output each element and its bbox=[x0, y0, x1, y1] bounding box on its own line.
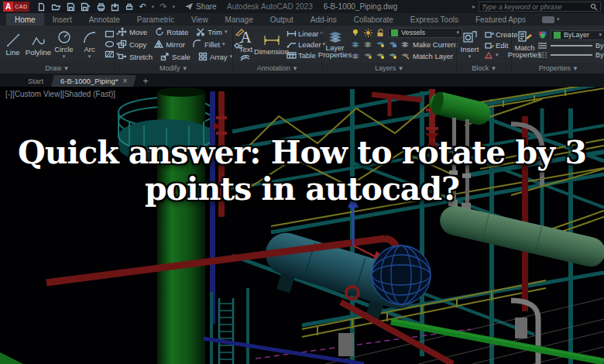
stretch-button[interactable]: Stretch bbox=[118, 52, 153, 61]
text-button[interactable]: A Text ▾ bbox=[233, 26, 259, 62]
ribbon-tab-parametric[interactable]: Parametric bbox=[129, 13, 183, 26]
copy-button[interactable]: Copy bbox=[118, 39, 146, 49]
ribbon-tab-view[interactable]: View bbox=[183, 13, 217, 26]
help-search-box[interactable] bbox=[479, 2, 601, 12]
print-icon[interactable] bbox=[125, 2, 134, 12]
ribbon-tab-collaborate[interactable]: Collaborate bbox=[345, 13, 402, 26]
panel-modify: Move Rotate Trim ▾ bbox=[114, 26, 232, 74]
panel-annotation-footer[interactable]: Annotation ▾ bbox=[233, 63, 321, 74]
arc-button[interactable]: Arc ▾ bbox=[77, 26, 102, 62]
file-tab-document[interactable]: 6-B-1000_Piping* × bbox=[51, 75, 136, 87]
lineweight-dropdown[interactable]: ByLayer bbox=[537, 42, 604, 50]
panel-expand-icon: ▾ bbox=[574, 64, 578, 72]
fillet-button[interactable]: Fillet ▾ bbox=[193, 39, 225, 49]
undo-icon[interactable]: ↶ bbox=[139, 2, 146, 12]
viewport-3d-scene[interactable] bbox=[0, 87, 604, 364]
dimension-button[interactable]: Dimension bbox=[259, 26, 284, 62]
search-icon[interactable] bbox=[590, 3, 598, 11]
ribbon-tab-addins[interactable]: Add-ins bbox=[302, 13, 345, 26]
redo-caret-icon[interactable]: ▾ bbox=[172, 4, 175, 10]
panel-properties-footer[interactable]: Properties ▾ bbox=[512, 63, 604, 74]
panel-expand-icon: ▾ bbox=[183, 64, 187, 72]
line-button[interactable]: Line bbox=[0, 26, 26, 62]
ribbon-tab-manage[interactable]: Manage bbox=[217, 13, 262, 26]
stretch-icon bbox=[118, 52, 127, 61]
ribbon-tab-insert[interactable]: Insert bbox=[44, 13, 81, 26]
polyline-button[interactable]: Polyline bbox=[26, 26, 51, 62]
close-icon[interactable]: × bbox=[123, 77, 128, 85]
search-collapse-icon[interactable]: ▸ bbox=[472, 3, 475, 10]
search-input[interactable] bbox=[482, 3, 590, 11]
layer-tool-icon[interactable] bbox=[376, 52, 385, 60]
layer-tool-icon[interactable] bbox=[351, 52, 360, 60]
circle-button[interactable]: Circle ▾ bbox=[51, 26, 77, 62]
layer-tool-icon[interactable] bbox=[363, 40, 372, 49]
redo-icon[interactable]: ↷ bbox=[160, 2, 166, 12]
leader-icon bbox=[287, 41, 297, 48]
match-layer-button[interactable]: Match Layer bbox=[413, 52, 453, 60]
panel-expand-icon: ▾ bbox=[293, 64, 297, 72]
scale-button[interactable]: Scale bbox=[160, 52, 190, 61]
layer-tool-icon[interactable] bbox=[363, 52, 372, 60]
circle-caret-icon: ▾ bbox=[63, 54, 66, 58]
move-icon bbox=[118, 27, 127, 36]
make-current-button[interactable]: Make Current bbox=[413, 40, 458, 49]
insert-block-button[interactable]: Insert ▾ bbox=[457, 26, 482, 62]
ribbon-tab-annotate[interactable]: Annotate bbox=[81, 13, 129, 26]
panel-layers: Layer Properties Vessels ▾ bbox=[321, 26, 455, 74]
layer-properties-button[interactable]: Layer Properties bbox=[322, 26, 348, 62]
ribbon-extra-menu[interactable]: ▾ bbox=[542, 13, 560, 26]
current-layer-name: Vessels bbox=[401, 29, 425, 36]
new-tab-button[interactable]: + bbox=[142, 76, 148, 87]
match-properties-button[interactable]: Match Properties bbox=[512, 26, 537, 62]
panel-block-footer[interactable]: Block ▾ bbox=[457, 63, 510, 74]
layer-tool-icon[interactable] bbox=[388, 40, 397, 49]
share-button[interactable]: Share bbox=[184, 2, 217, 11]
layer-tool-icon[interactable] bbox=[351, 40, 360, 49]
publish-icon[interactable] bbox=[111, 2, 119, 12]
new-file-icon[interactable] bbox=[37, 2, 46, 12]
layer-tool-icon[interactable] bbox=[376, 40, 385, 49]
autocad-logo[interactable]: A CAD bbox=[3, 2, 29, 12]
drawing-viewport[interactable]: [-][Custom View][Shaded (Fast)] bbox=[0, 87, 604, 364]
viewport-controls[interactable]: [-][Custom View][Shaded (Fast)] bbox=[5, 90, 115, 98]
layer-thaw-icon[interactable] bbox=[363, 29, 372, 37]
array-icon bbox=[198, 52, 208, 61]
ribbon-tab-express-tools[interactable]: Express Tools bbox=[402, 13, 467, 26]
layer-tool-icon[interactable] bbox=[400, 40, 410, 49]
file-tab-start[interactable]: Start bbox=[19, 75, 53, 87]
ribbon-tab-featured-apps[interactable]: Featured Apps bbox=[467, 13, 534, 26]
move-button[interactable]: Move bbox=[118, 27, 147, 36]
save-as-icon[interactable] bbox=[81, 2, 91, 12]
arc-caret-icon: ▾ bbox=[88, 54, 91, 58]
ribbon-tab-bar: Home Insert Annotate Parametric View Man… bbox=[0, 13, 604, 26]
mirror-button[interactable]: Mirror bbox=[154, 39, 185, 49]
panel-annotation: A Text ▾ Dimension Linear ▾ Leader ▾ bbox=[232, 26, 321, 74]
layer-tool-icon[interactable] bbox=[400, 52, 410, 60]
chevron-down-icon: ▾ bbox=[557, 16, 560, 22]
linear-button[interactable]: Linear ▾ bbox=[287, 29, 325, 38]
rotate-button[interactable]: Rotate bbox=[155, 27, 188, 36]
array-button[interactable]: Array ▾ bbox=[198, 52, 232, 61]
edit-block-icon bbox=[485, 42, 494, 49]
ribbon-tab-output[interactable]: Output bbox=[262, 13, 302, 26]
panel-layers-footer[interactable]: Layers ▾ bbox=[322, 63, 455, 74]
open-folder-icon[interactable] bbox=[51, 2, 61, 12]
overlay-title-line2: points in autocad? bbox=[0, 171, 604, 208]
save-icon[interactable] bbox=[67, 2, 75, 12]
layer-tool-icon[interactable] bbox=[388, 52, 397, 60]
plot-icon[interactable] bbox=[96, 2, 105, 12]
layer-on-icon[interactable] bbox=[351, 29, 360, 37]
linear-icon bbox=[287, 30, 297, 37]
undo-caret-icon[interactable]: ▾ bbox=[152, 4, 155, 10]
create-block-icon bbox=[485, 31, 494, 38]
layer-dropdown[interactable]: Vessels ▾ bbox=[388, 28, 462, 38]
layer-unlock-icon[interactable] bbox=[376, 29, 385, 37]
panel-modify-footer[interactable]: Modify ▾ bbox=[115, 63, 232, 74]
dim-overlay bbox=[0, 87, 604, 364]
object-color-dropdown[interactable]: ByLayer ▾ bbox=[551, 30, 604, 40]
panel-draw-footer[interactable]: Draw ▾ bbox=[0, 63, 113, 74]
linetype-dropdown[interactable]: ByLayer bbox=[537, 51, 604, 59]
trim-button[interactable]: Trim ▾ bbox=[196, 27, 227, 36]
ribbon-tab-home[interactable]: Home bbox=[6, 13, 44, 26]
